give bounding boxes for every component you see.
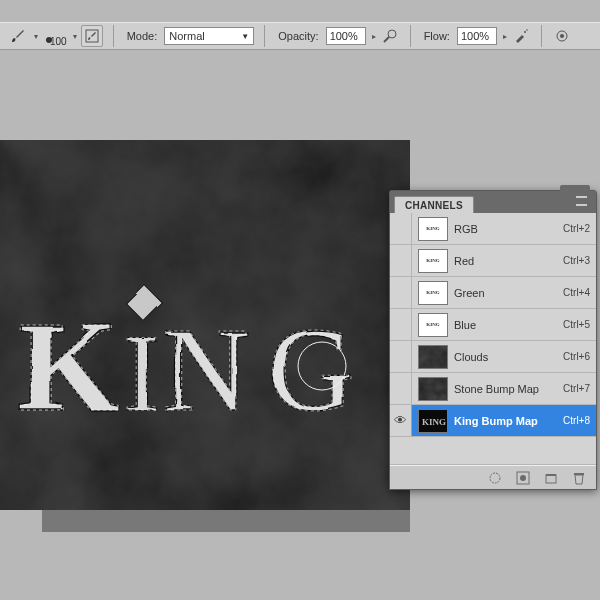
flow-field[interactable]: 100% (457, 27, 497, 45)
channel-thumbnail: KING (418, 249, 448, 273)
delete-channel-icon[interactable] (572, 471, 586, 485)
channel-row-rgb[interactable]: KINGRGBCtrl+2 (390, 213, 596, 245)
opacity-field[interactable]: 100% (326, 27, 366, 45)
svg-point-3 (524, 31, 526, 33)
brush-preset-arrow[interactable]: ▾ (34, 32, 38, 41)
svg-point-6 (560, 34, 564, 38)
channel-thumbnail: KING (418, 217, 448, 241)
channel-name: Clouds (454, 351, 563, 363)
channel-name: RGB (454, 223, 563, 235)
channel-row-king-bump-map[interactable]: 👁KINGKing Bump MapCtrl+8 (390, 405, 596, 437)
flow-label: Flow: (424, 30, 450, 42)
svg-rect-26 (546, 475, 556, 483)
svg-rect-28 (574, 473, 584, 475)
eye-icon: 👁 (394, 413, 407, 428)
flow-arrow[interactable]: ▸ (503, 32, 507, 41)
visibility-toggle[interactable] (390, 277, 412, 308)
channel-thumbnail (418, 377, 448, 401)
visibility-toggle[interactable] (390, 309, 412, 340)
brush-size-arrow[interactable]: ▾ (73, 32, 77, 41)
channels-panel: CHANNELS KINGRGBCtrl+2KINGRedCtrl+3KINGG… (389, 190, 597, 490)
airbrush-icon[interactable] (511, 26, 531, 46)
channel-row-clouds[interactable]: CloudsCtrl+6 (390, 341, 596, 373)
svg-point-25 (520, 475, 526, 481)
channel-thumbnail: KING (418, 313, 448, 337)
svg-text:KING: KING (422, 417, 446, 427)
chevron-down-icon: ▼ (241, 32, 249, 41)
channel-list: KINGRGBCtrl+2KINGRedCtrl+3KINGGreenCtrl+… (390, 213, 596, 437)
opacity-arrow[interactable]: ▸ (372, 32, 376, 41)
svg-point-4 (526, 29, 528, 31)
brush-icon[interactable] (8, 26, 28, 46)
channel-name: King Bump Map (454, 415, 563, 427)
channel-thumbnail (418, 345, 448, 369)
new-channel-icon[interactable] (544, 471, 558, 485)
tablet-pressure-icon[interactable] (552, 26, 572, 46)
options-bar: ▾ 100 ▾ Mode: Normal ▼ Opacity: 100% ▸ F… (0, 22, 600, 50)
tab-channels[interactable]: CHANNELS (394, 196, 474, 213)
panel-footer (390, 465, 596, 489)
opacity-label: Opacity: (278, 30, 318, 42)
visibility-toggle[interactable]: 👁 (390, 405, 412, 436)
svg-rect-27 (546, 474, 556, 476)
svg-rect-18 (419, 345, 447, 367)
channel-thumbnail: KING (418, 409, 448, 433)
channel-shortcut: Ctrl+7 (563, 383, 590, 394)
opacity-value: 100% (330, 30, 358, 42)
channel-name: Blue (454, 319, 563, 331)
svg-point-2 (388, 30, 396, 38)
visibility-toggle[interactable] (390, 341, 412, 372)
channel-name: Green (454, 287, 563, 299)
channel-thumbnail: KING (418, 281, 448, 305)
svg-rect-20 (419, 377, 447, 399)
flow-value: 100% (461, 30, 489, 42)
channel-row-green[interactable]: KINGGreenCtrl+4 (390, 277, 596, 309)
svg-point-23 (490, 473, 500, 483)
channel-shortcut: Ctrl+2 (563, 223, 590, 234)
channel-shortcut: Ctrl+8 (563, 415, 590, 426)
save-selection-icon[interactable] (516, 471, 530, 485)
visibility-toggle[interactable] (390, 373, 412, 404)
channel-shortcut: Ctrl+4 (563, 287, 590, 298)
canvas[interactable]: K I N G K I N G (0, 140, 410, 510)
channel-row-stone-bump-map[interactable]: Stone Bump MapCtrl+7 (390, 373, 596, 405)
channel-name: Red (454, 255, 563, 267)
channel-row-blue[interactable]: KINGBlueCtrl+5 (390, 309, 596, 341)
blend-mode-value: Normal (169, 30, 204, 42)
opacity-pressure-icon[interactable] (380, 26, 400, 46)
blend-mode-dropdown[interactable]: Normal ▼ (164, 27, 254, 45)
channel-shortcut: Ctrl+6 (563, 351, 590, 362)
canvas-shadow (42, 510, 410, 532)
visibility-toggle[interactable] (390, 213, 412, 244)
visibility-toggle[interactable] (390, 245, 412, 276)
brush-panel-toggle[interactable] (81, 25, 103, 47)
panel-menu-icon[interactable] (576, 196, 592, 208)
channel-name: Stone Bump Map (454, 383, 563, 395)
load-selection-icon[interactable] (488, 471, 502, 485)
svg-text:G: G (268, 303, 355, 436)
mode-label: Mode: (127, 30, 158, 42)
channel-shortcut: Ctrl+5 (563, 319, 590, 330)
selection-marquee: K (18, 294, 119, 438)
channel-row-red[interactable]: KINGRedCtrl+3 (390, 245, 596, 277)
channel-shortcut: Ctrl+3 (563, 255, 590, 266)
svg-text:N: N (162, 303, 249, 436)
brush-size-value: 100 (50, 36, 67, 47)
svg-text:I: I (123, 312, 160, 434)
panel-tab-bar: CHANNELS (390, 191, 596, 213)
panel-filler (390, 437, 596, 465)
